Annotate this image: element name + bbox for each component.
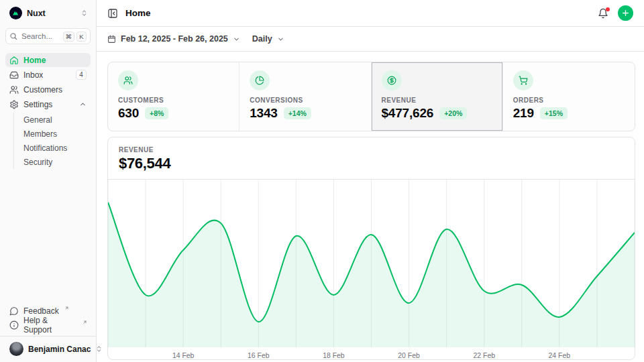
chart-metric-label: REVENUE <box>119 146 624 154</box>
filters-toolbar: Feb 12, 2025 - Feb 26, 2025 Daily <box>97 27 644 52</box>
date-range-picker[interactable]: Feb 12, 2025 - Feb 26, 2025 <box>107 34 240 44</box>
x-axis-tick-label: 22 Feb <box>473 352 495 359</box>
chart-total-value: $76,544 <box>119 155 624 172</box>
chat-bubble-icon <box>9 306 19 316</box>
inbox-count-badge: 4 <box>76 70 87 80</box>
x-axis-tick-label: 20 Feb <box>398 352 420 359</box>
sidebar-item-security[interactable]: Security <box>21 155 91 169</box>
sidebar-nav: Home Inbox 4 Customers Settings <box>5 53 91 170</box>
period-select[interactable]: Daily <box>252 34 284 44</box>
settings-sub-list: General Members Notifications Security <box>13 113 91 169</box>
x-axis-tick-label: 24 Feb <box>549 352 571 359</box>
stat-card-orders[interactable]: ORDERS 219 +15% <box>503 62 635 131</box>
chart-header: REVENUE $76,544 <box>108 137 635 180</box>
users-icon <box>9 85 19 95</box>
revenue-chart[interactable]: 14 Feb16 Feb18 Feb20 Feb22 Feb24 Feb <box>108 180 635 360</box>
stat-label: CONVERSIONS <box>250 97 360 104</box>
circle-dollar-icon <box>382 70 402 90</box>
sidebar: Nuxt Search... ⌘ K Home <box>0 0 97 362</box>
team-name: Nuxt <box>27 9 46 18</box>
x-axis-tick-label: 16 Feb <box>248 352 270 359</box>
stat-card-conversions[interactable]: CONVERSIONS 1343 +14% <box>239 62 371 131</box>
date-range-label: Feb 12, 2025 - Feb 26, 2025 <box>121 34 228 44</box>
avatar <box>9 342 23 356</box>
info-icon <box>9 320 19 330</box>
chevron-down-icon <box>277 36 284 43</box>
sidebar-item-label: Customers <box>23 85 62 95</box>
help-support-label: Help & Support <box>23 316 77 335</box>
stat-delta-badge: +8% <box>145 107 168 119</box>
kbd-k: K <box>76 32 87 42</box>
calendar-icon <box>107 35 116 44</box>
notifications-button[interactable] <box>598 8 608 19</box>
home-icon <box>9 56 19 65</box>
stat-value: 630 <box>118 106 139 121</box>
chevron-up-icon <box>79 101 87 108</box>
main-area: Home Feb 12, 2025 - Feb 26, 2025 <box>97 0 644 362</box>
sidebar-item-inbox[interactable]: Inbox 4 <box>5 68 91 82</box>
stat-card-customers[interactable]: CUSTOMERS 630 +8% <box>108 62 239 131</box>
sidebar-item-label: Home <box>23 56 46 65</box>
sidebar-item-settings[interactable]: Settings <box>5 97 91 111</box>
stat-label: CUSTOMERS <box>118 97 229 104</box>
sidebar-item-customers[interactable]: Customers <box>5 82 91 97</box>
content: CUSTOMERS 630 +8% CONVERSIONS 1343 +14% <box>97 52 644 362</box>
kbd-meta: ⌘ <box>63 32 75 42</box>
stats-row: CUSTOMERS 630 +8% CONVERSIONS 1343 +14% <box>107 62 635 131</box>
pie-chart-icon <box>250 70 270 90</box>
gear-icon <box>9 100 19 109</box>
stat-card-revenue[interactable]: REVENUE $477,626 +20% <box>372 62 503 131</box>
user-name: Benjamin Canac <box>28 345 91 354</box>
external-link-icon <box>83 320 87 324</box>
feedback-label: Feedback <box>23 306 59 316</box>
notification-dot <box>606 7 610 11</box>
stat-label: REVENUE <box>382 97 492 104</box>
external-link-icon <box>64 306 69 310</box>
sidebar-item-label: Inbox <box>23 70 43 80</box>
help-support-link[interactable]: Help & Support <box>5 318 91 332</box>
stat-delta-badge: +14% <box>284 107 311 119</box>
users-icon <box>118 70 138 90</box>
sidebar-item-home[interactable]: Home <box>5 53 91 67</box>
period-label: Daily <box>252 34 272 44</box>
inbox-icon <box>9 70 19 80</box>
sidebar-item-members[interactable]: Members <box>21 127 91 141</box>
search-placeholder: Search... <box>21 32 52 40</box>
nuxt-logo-icon <box>9 7 22 19</box>
stat-delta-badge: +20% <box>439 107 467 119</box>
stat-delta-badge: +15% <box>540 107 568 119</box>
topbar: Home <box>97 0 644 27</box>
sidebar-item-notifications[interactable]: Notifications <box>21 141 91 155</box>
stat-label: ORDERS <box>513 97 625 104</box>
stat-value: 1343 <box>250 106 277 121</box>
sidebar-item-general[interactable]: General <box>21 113 91 127</box>
sidebar-item-label: Settings <box>23 100 52 109</box>
search-input[interactable]: Search... ⌘ K <box>5 28 91 44</box>
add-button[interactable] <box>618 5 633 21</box>
search-icon <box>9 32 17 40</box>
team-switcher[interactable]: Nuxt <box>5 5 91 21</box>
cart-icon <box>513 70 533 90</box>
chevron-down-icon <box>233 36 240 43</box>
chevrons-up-down-icon <box>80 9 88 17</box>
sidebar-divider <box>0 336 96 337</box>
x-axis-tick-label: 18 Feb <box>323 352 345 359</box>
revenue-chart-card: REVENUE $76,544 14 Feb16 Feb18 Feb20 Feb… <box>107 137 635 360</box>
x-axis-tick-label: 14 Feb <box>172 352 195 359</box>
stat-value: 219 <box>513 106 534 121</box>
sidebar-collapse-button[interactable] <box>107 8 118 19</box>
app-window: Nuxt Search... ⌘ K Home <box>0 0 644 362</box>
page-title: Home <box>125 8 151 18</box>
user-menu[interactable]: Benjamin Canac <box>5 340 91 358</box>
stat-value: $477,626 <box>382 106 434 121</box>
